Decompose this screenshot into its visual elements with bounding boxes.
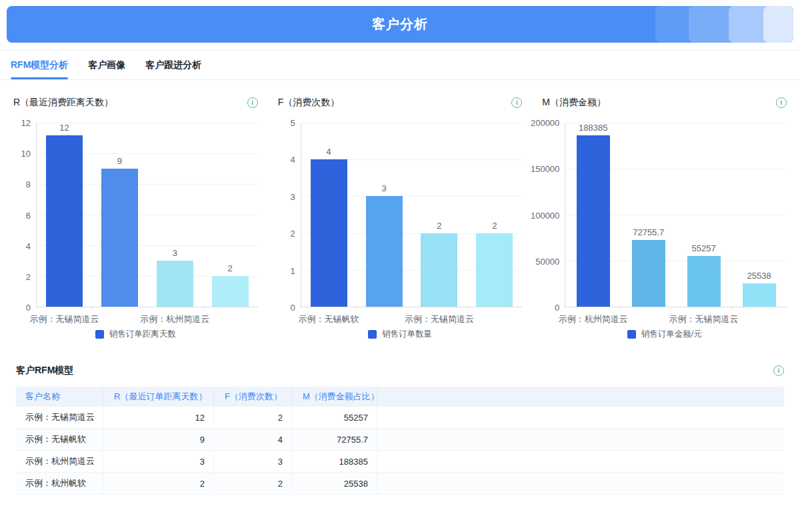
y-axis: 121086420 — [13, 123, 36, 307]
legend-item[interactable]: 销售订单距离天数 — [13, 329, 258, 340]
y-axis: 200000150000100000500000 — [542, 123, 565, 307]
y-axis-label: 100000 — [531, 210, 559, 220]
legend-label: 销售订单距离天数 — [109, 329, 176, 340]
table-cell: 12 — [103, 407, 214, 429]
info-icon[interactable]: i — [247, 97, 258, 108]
y-axis-label: 2 — [26, 271, 31, 281]
bar-2[interactable] — [687, 256, 721, 307]
bar-value-label: 72755.7 — [633, 227, 664, 237]
y-axis-label: 8 — [26, 179, 31, 189]
x-axis-label: 示例：杭州简道云 — [140, 313, 209, 325]
y-axis-label: 0 — [555, 303, 559, 313]
table-cell: 3 — [103, 451, 214, 473]
table-cell: 72755.7 — [292, 429, 377, 451]
table-cell: 188385 — [292, 451, 377, 473]
table-cell: 示例：无锡简道云 — [16, 407, 103, 429]
x-axis-tick — [357, 307, 357, 309]
table-cell: 示例：杭州简道云 — [16, 451, 103, 473]
chart-card-0: R（最近消费距离天数）i12108642012932示例：无锡简道云示例：杭州简… — [13, 96, 258, 340]
y-axis-label: 5 — [290, 118, 295, 128]
table-cell: 9 — [103, 429, 214, 451]
table-header-cell: F（消费次数） — [214, 387, 292, 407]
bar-3[interactable] — [743, 283, 776, 307]
x-axis-label: 示例：杭州简道云 — [559, 313, 628, 325]
x-axis-tick — [731, 307, 732, 309]
bar-value-label: 188385 — [579, 123, 607, 133]
plot-area: 12932示例：无锡简道云示例：杭州简道云 — [36, 123, 258, 307]
chart-title: R（最近消费距离天数） — [13, 97, 113, 109]
x-axis-label: 示例：无锡简道云 — [405, 313, 474, 325]
y-axis: 543210 — [278, 123, 301, 307]
table-cell: 3 — [214, 451, 292, 473]
bar-value-label: 55257 — [692, 243, 716, 253]
bar-value-label: 25538 — [747, 271, 771, 281]
table-cell: 示例：无锡帆软 — [16, 429, 103, 451]
legend-swatch — [627, 330, 636, 339]
chart-card-1: F（消费次数）i5432104322示例：无锡帆软示例：无锡简道云销售订单数量 — [278, 96, 523, 340]
table-row: 示例：无锡帆软9472755.7 — [16, 429, 784, 451]
bar-value-label: 2 — [437, 221, 441, 231]
table-cell-filler — [377, 451, 784, 473]
y-axis-label: 4 — [26, 241, 31, 251]
table-cell: 2 — [103, 473, 214, 495]
bar-1[interactable] — [366, 196, 403, 307]
bar-value-label: 2 — [228, 263, 233, 273]
table-cell-filler — [377, 473, 784, 495]
y-axis-label: 150000 — [531, 164, 559, 174]
bar-0[interactable] — [311, 159, 347, 307]
bar-1[interactable] — [101, 169, 138, 307]
info-icon[interactable]: i — [511, 97, 522, 108]
x-axis-label: 示例：无锡简道云 — [669, 313, 739, 325]
table-row: 示例：杭州帆软2225538 — [16, 473, 784, 495]
tab-客户跟进分析[interactable]: 客户跟进分析 — [145, 51, 201, 79]
page-title: 客户分析 — [7, 6, 793, 43]
chart-card-2: M（消费金额）i20000015000010000050000018838572… — [542, 96, 787, 340]
plot-area: 18838572755.75525725538示例：杭州简道云示例：无锡简道云 — [565, 123, 787, 307]
x-axis-tick — [203, 307, 203, 309]
bar-3[interactable] — [212, 276, 249, 307]
legend-item[interactable]: 销售订单金额/元 — [542, 329, 787, 340]
table-cell-filler — [377, 429, 784, 451]
tab-RFM模型分析[interactable]: RFM模型分析 — [11, 51, 68, 79]
table-cell-filler — [377, 407, 784, 429]
y-axis-label: 6 — [26, 210, 31, 220]
bar-value-label: 3 — [381, 183, 386, 193]
bar-2[interactable] — [157, 261, 193, 307]
table-header-filler — [377, 387, 784, 407]
header-banner: 客户分析 — [7, 6, 793, 43]
y-axis-label: 50000 — [535, 256, 559, 266]
y-axis-label: 2 — [290, 229, 295, 239]
bar-value-label: 2 — [492, 221, 497, 231]
bar-0[interactable] — [46, 135, 83, 307]
bar-value-label: 3 — [173, 248, 177, 258]
table-row: 示例：无锡简道云12255257 — [16, 407, 784, 429]
y-axis-label: 0 — [26, 303, 31, 313]
x-axis-tick — [621, 307, 621, 309]
bar-1[interactable] — [632, 240, 665, 307]
table-row: 示例：杭州简道云33188385 — [16, 451, 784, 473]
table-cell: 55257 — [292, 407, 377, 429]
info-icon[interactable]: i — [776, 97, 787, 108]
bar-value-label: 4 — [327, 147, 331, 157]
y-axis-label: 4 — [290, 155, 295, 165]
table-header-cell: M（消费金额占比） — [292, 387, 377, 407]
bar-3[interactable] — [476, 233, 513, 307]
chart-title: M（消费金额） — [542, 97, 606, 109]
y-axis-label: 12 — [21, 118, 31, 128]
tab-客户画像[interactable]: 客户画像 — [88, 51, 125, 79]
bar-value-label: 9 — [117, 156, 122, 166]
y-axis-label: 10 — [21, 149, 31, 159]
legend-item[interactable]: 销售订单数量 — [278, 329, 523, 340]
plot-area: 4322示例：无锡帆软示例：无锡简道云 — [301, 123, 523, 307]
y-axis-label: 1 — [290, 265, 295, 275]
legend-swatch — [95, 330, 104, 339]
table-cell: 示例：杭州帆软 — [16, 473, 103, 495]
bar-2[interactable] — [421, 233, 457, 307]
info-icon[interactable]: i — [773, 365, 784, 376]
bar-value-label: 12 — [59, 123, 69, 133]
legend-label: 销售订单数量 — [382, 329, 432, 340]
chart-title: F（消费次数） — [278, 97, 340, 109]
y-axis-label: 0 — [290, 303, 295, 313]
bar-0[interactable] — [577, 135, 610, 307]
table-cell: 2 — [214, 407, 292, 429]
